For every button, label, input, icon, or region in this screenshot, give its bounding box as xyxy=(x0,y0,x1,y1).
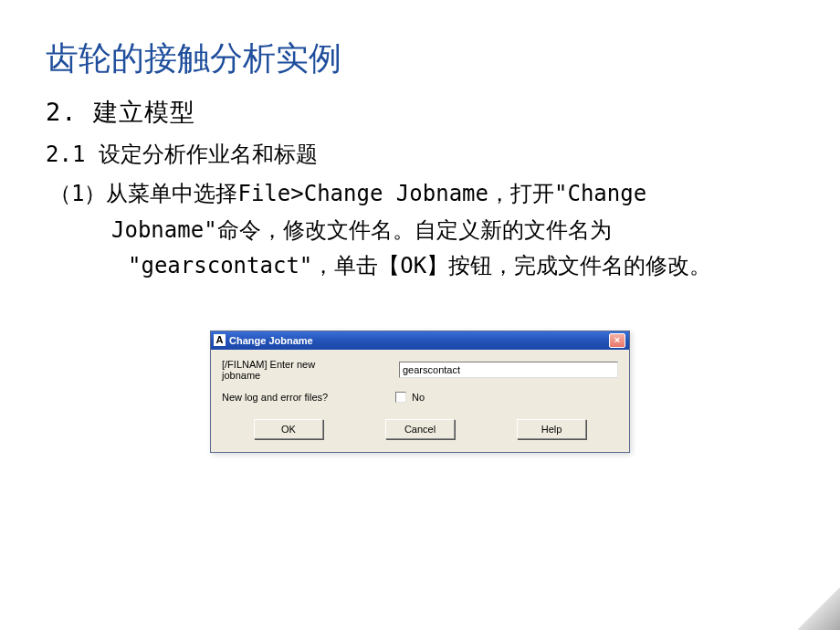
ok-button[interactable]: OK xyxy=(254,419,323,439)
jobname-label: [/FILNAM] Enter new jobname xyxy=(222,359,352,381)
jobname-row: [/FILNAM] Enter new jobname xyxy=(222,359,618,381)
change-jobname-dialog: A Change Jobname × [/FILNAM] Enter new j… xyxy=(210,331,630,453)
section-number: 2. xyxy=(46,98,78,126)
subsection-number: 2.1 xyxy=(46,142,85,167)
page-title: 齿轮的接触分析实例 xyxy=(46,37,794,81)
paragraph-line-3: "gearscontact"，单击【OK】按钮，完成文件名的修改。 xyxy=(46,248,794,285)
dialog-button-row: OK Cancel Help xyxy=(222,419,618,439)
subsection-heading-text: 设定分析作业名和标题 xyxy=(99,142,318,167)
cancel-button[interactable]: Cancel xyxy=(385,419,455,439)
subsection-heading: 2.1 设定分析作业名和标题 xyxy=(46,140,794,169)
paragraph-line-1: （1）从菜单中选择File>Change Jobname，打开"Change xyxy=(46,176,794,213)
dialog-title: Change Jobname xyxy=(229,335,609,346)
jobname-input[interactable] xyxy=(399,362,618,378)
dialog-titlebar: A Change Jobname × xyxy=(211,331,629,350)
newlog-checkbox-label: No xyxy=(412,392,425,403)
section-heading-text: 建立模型 xyxy=(93,98,195,126)
section-heading: 2. 建立模型 xyxy=(46,96,794,129)
dialog-body: [/FILNAM] Enter new jobname New log and … xyxy=(211,350,629,452)
newlog-checkbox[interactable] xyxy=(395,392,406,403)
app-icon: A xyxy=(214,334,226,346)
help-button[interactable]: Help xyxy=(517,419,586,439)
page-fold-icon xyxy=(798,588,840,630)
paragraph-line-2: Jobname"命令，修改文件名。自定义新的文件名为 xyxy=(46,213,794,249)
close-icon[interactable]: × xyxy=(609,333,625,348)
newlog-label: New log and error files? xyxy=(222,392,395,403)
newlog-row: New log and error files? No xyxy=(222,392,618,403)
